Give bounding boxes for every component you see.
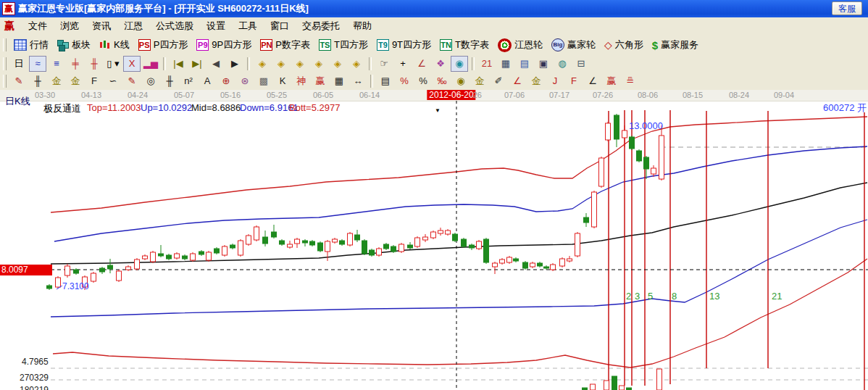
period-selector[interactable]: 日 ▾ — [10, 56, 28, 72]
last-icon[interactable]: ▶| — [188, 56, 206, 72]
ps-tool-button[interactable]: PSP四方形 — [135, 37, 192, 53]
menu-item-9[interactable]: 帮助 — [346, 19, 378, 33]
volume-bar — [612, 376, 617, 390]
winner-wheel-button[interactable]: Big赢家轮 — [548, 37, 599, 53]
candle-body — [230, 245, 235, 248]
draw-pen-icon[interactable]: ✎ — [10, 73, 28, 89]
pn-tool-button[interactable]: PNP数字表 — [256, 37, 314, 53]
permille-icon[interactable]: ‰ — [433, 73, 451, 89]
winner-angle-icon[interactable]: 赢 — [603, 73, 620, 89]
f-angle-icon[interactable]: F — [565, 73, 583, 89]
trend-angle-icon[interactable]: ∠ — [509, 73, 526, 89]
menu-item-0[interactable]: 文件 — [22, 19, 54, 33]
candle-body — [303, 241, 308, 243]
stats-panel-icon[interactable]: ▤ — [377, 73, 394, 89]
fibonacci-icon[interactable]: F — [85, 73, 103, 89]
time-grid-icon[interactable]: ╫ — [161, 73, 178, 89]
spiral-icon[interactable]: ∽ — [104, 73, 122, 89]
flower-tool-icon[interactable]: ❖ — [432, 56, 449, 72]
crosshair-icon[interactable]: + — [394, 56, 412, 72]
bar9-icon[interactable]: ╫ — [85, 56, 103, 72]
info-doc-icon[interactable]: ≡ — [48, 56, 65, 72]
diamond-plus-icon[interactable]: ◈ — [329, 56, 346, 72]
pn-icon: PN — [260, 39, 272, 51]
angle-tool-icon[interactable]: ∠ — [413, 56, 430, 72]
blocks-button[interactable]: 板块 — [54, 37, 94, 53]
angle-a-icon[interactable]: A — [199, 73, 216, 89]
save-icon[interactable]: ▣ — [535, 56, 552, 72]
candle-body — [310, 241, 315, 245]
diamond-hmove-icon[interactable]: ◈ — [291, 56, 309, 72]
magic-tool-icon[interactable]: 神 — [293, 73, 310, 89]
percent-icon[interactable]: % — [414, 73, 432, 89]
channel-top-line — [51, 117, 867, 212]
percent-red-icon[interactable]: % — [396, 73, 413, 89]
span-measure-icon[interactable]: ↔ — [349, 73, 367, 89]
menu-item-8[interactable]: 交易委托 — [296, 19, 346, 33]
p9-tool-button[interactable]: P99P四方形 — [193, 37, 255, 53]
menu-item-6[interactable]: 工具 — [232, 19, 264, 33]
grid-lines-icon[interactable]: ╫ — [29, 73, 46, 89]
prev-icon[interactable]: ◀ — [207, 56, 225, 72]
quote-grid-button[interactable]: 行情 — [10, 37, 52, 53]
quad-line-icon[interactable]: ≞ — [622, 73, 639, 89]
gann-circle-icon[interactable]: ⊕ — [217, 73, 235, 89]
diamond-cross-icon[interactable]: ◈ — [310, 56, 327, 72]
calendar-icon[interactable]: 21 — [478, 56, 496, 72]
diamond-left-icon[interactable]: ◈ — [254, 56, 271, 72]
gold-split-icon[interactable]: 金 — [48, 73, 65, 89]
first-icon[interactable]: |◀ — [170, 56, 187, 72]
trend-scroll-icon[interactable]: ≈ — [29, 56, 46, 72]
customer-service-button[interactable]: 客服 — [832, 1, 862, 15]
k-measure-icon[interactable]: K — [274, 73, 291, 89]
hexagon-button[interactable]: ◇六角形 — [601, 37, 647, 53]
candle-body — [206, 252, 212, 260]
ts-tool-button[interactable]: TST四方形 — [315, 37, 372, 53]
gold-angle-icon[interactable]: 金 — [527, 73, 545, 89]
tn-tool-button[interactable]: TNT数字表 — [436, 37, 493, 53]
kline-button[interactable]: K线 — [96, 37, 133, 53]
mark-pen-icon[interactable]: ✎ — [123, 73, 141, 89]
channel-mid-line — [51, 183, 867, 264]
square-n-icon[interactable]: n² — [180, 73, 197, 89]
brain-tool-icon[interactable]: ◉ — [451, 56, 468, 72]
j-line-icon[interactable]: J — [546, 73, 564, 89]
candle-body — [523, 262, 528, 268]
kx-icon[interactable]: X — [123, 56, 141, 72]
diamond-right-icon[interactable]: ◈ — [272, 56, 290, 72]
t9-tool-button[interactable]: T99T四方形 — [373, 37, 435, 53]
web-export-icon[interactable]: ◍ — [554, 56, 571, 72]
chart-area[interactable]: 03-3004-1304-2405-0705-1605-2506-0506-14… — [0, 90, 868, 390]
bar3-icon[interactable]: ╪ — [67, 56, 84, 72]
dollar-button[interactable]: $赢家服务 — [648, 37, 702, 53]
toolbar-label: T四方形 — [334, 38, 368, 51]
menu-item-2[interactable]: 资讯 — [85, 19, 117, 33]
gann-wheel-button[interactable]: 江恩轮 — [494, 37, 546, 54]
next-icon[interactable]: ▶ — [226, 56, 243, 72]
gold-ratio-icon[interactable]: 金 — [67, 73, 84, 89]
brush-icon[interactable]: ✐ — [490, 73, 507, 89]
gold-line-icon[interactable]: 金 — [471, 73, 488, 89]
histogram-icon[interactable]: ▂▅ — [142, 56, 159, 72]
winner-tool-icon[interactable]: 赢 — [312, 73, 329, 89]
kline-plot[interactable] — [0, 90, 868, 390]
ruler-123-icon[interactable]: ▦ — [330, 73, 348, 89]
gold-circle-icon[interactable]: ◉ — [452, 73, 470, 89]
notepad-icon[interactable]: ▤ — [516, 56, 533, 72]
brand-icon: 赢 — [4, 20, 14, 33]
star-cycle-icon[interactable]: ⊛ — [236, 73, 254, 89]
gann-grid-icon[interactable]: ▩ — [255, 73, 272, 89]
menu-item-4[interactable]: 公式选股 — [149, 19, 200, 33]
menu-item-1[interactable]: 浏览 — [54, 19, 85, 33]
cycle-clock-icon[interactable]: ◎ — [142, 73, 159, 89]
diamond-vmove-icon[interactable]: ◈ — [348, 56, 365, 72]
menu-item-7[interactable]: 窗口 — [264, 19, 296, 33]
candle-body — [108, 265, 113, 269]
candle-style-selector[interactable]: ▯ ▾ — [104, 56, 122, 72]
calculator-icon[interactable]: ▦ — [497, 56, 514, 72]
menu-item-5[interactable]: 设置 — [200, 19, 232, 33]
hand-tool-icon[interactable]: ☞ — [375, 56, 393, 72]
speed-line-icon[interactable]: ∠ — [584, 73, 601, 89]
menu-item-3[interactable]: 江恩 — [117, 19, 149, 33]
print-icon[interactable]: ⊟ — [572, 56, 590, 72]
